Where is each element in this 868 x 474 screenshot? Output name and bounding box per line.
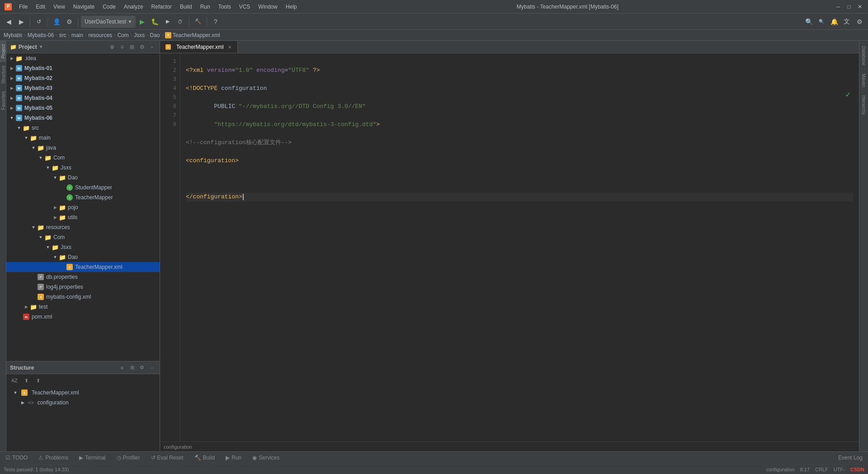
debug-button[interactable]: 🐛 <box>149 16 161 28</box>
code-content[interactable]: <?xml version="1.0" encoding="UTF8" ?> <… <box>180 53 859 441</box>
translate-button[interactable]: 文 <box>841 16 853 28</box>
tree-utils[interactable]: ▶ 📁 utils <box>6 212 160 222</box>
breadcrumb-main[interactable]: main <box>71 32 83 38</box>
bottom-tab-services[interactable]: ◉ Services <box>250 452 281 464</box>
menu-edit[interactable]: Edit <box>32 3 49 11</box>
tab-close-button[interactable]: ✕ <box>226 44 233 50</box>
bottom-tab-terminal[interactable]: ▶ Terminal <box>77 452 107 464</box>
tree-jsxs-java[interactable]: ▼ 📁 Jsxs <box>6 163 160 173</box>
tree-mybatis02[interactable]: ▶ M Mybatis-02 <box>6 73 160 83</box>
breadcrumb-com[interactable]: Com <box>117 32 128 38</box>
collapse-all-button[interactable]: ≡ <box>118 43 126 51</box>
tree-test[interactable]: ▶ 📁 test <box>6 302 160 312</box>
breadcrumb-resources[interactable]: resources <box>88 32 112 38</box>
tree-main[interactable]: ▼ 📁 main <box>6 133 160 143</box>
status-encoding[interactable]: UTF- <box>834 467 845 472</box>
menu-code[interactable]: Code <box>99 3 119 11</box>
tree-mybatis05[interactable]: ▶ M Mybatis-05 <box>6 103 160 113</box>
bottom-tab-run[interactable]: ▶ Run <box>224 452 243 464</box>
breadcrumb-jsxs[interactable]: Jsxs <box>134 32 145 38</box>
tree-src[interactable]: ▼ 📁 src <box>6 123 160 133</box>
build-button[interactable]: 🔨 <box>192 16 204 28</box>
bottom-tab-problems[interactable]: ⚠ Problems <box>37 452 70 464</box>
tree-mybatis06[interactable]: ▼ M Mybatis-06 <box>6 113 160 123</box>
breadcrumb-src[interactable]: src <box>59 32 66 38</box>
menu-help[interactable]: Help <box>282 3 301 11</box>
bottom-tab-profiler[interactable]: ◷ Profiler <box>115 452 142 464</box>
coverage-button[interactable]: ▶ <box>162 16 174 28</box>
menu-vcs[interactable]: VCS <box>236 3 254 11</box>
structure-settings-button[interactable]: ⚙ <box>138 364 146 372</box>
tree-jsxs-res[interactable]: ▼ 📁 Jsxs <box>6 242 160 252</box>
menu-analyze[interactable]: Analyze <box>120 3 147 11</box>
search-everywhere-button[interactable]: 👤 <box>51 16 62 28</box>
breadcrumb-dao[interactable]: Dao <box>150 32 160 38</box>
tree-com-java[interactable]: ▼ 📁 Com <box>6 153 160 163</box>
settings-button[interactable]: ⚙ <box>138 43 146 51</box>
close-panel-button[interactable]: − <box>148 43 156 51</box>
structure-close-button[interactable]: − <box>148 364 156 372</box>
left-tab-project[interactable]: Project <box>0 41 6 62</box>
tree-teacher-mapper-xml[interactable]: X TeacherMapper.xml <box>6 262 160 272</box>
tree-pom-xml[interactable]: m pom.xml <box>6 312 160 322</box>
tree-teacher-mapper-java[interactable]: I TeacherMapper <box>6 192 160 202</box>
left-tab-structure[interactable]: Structure <box>0 62 6 88</box>
tree-db-properties[interactable]: P db.properties <box>6 272 160 282</box>
expand-tree-button[interactable]: ⬆ <box>33 376 42 385</box>
profile-button[interactable]: ⏱ <box>175 16 186 28</box>
editor-tab-teachermapper[interactable]: X TeacherMapper.xml ✕ <box>160 41 238 53</box>
back-button[interactable]: ◀ <box>3 16 14 28</box>
tree-com-res[interactable]: ▼ 📁 Com <box>6 232 160 242</box>
tree-student-mapper[interactable]: I StudentMapper <box>6 183 160 192</box>
search-button[interactable]: 🔍 <box>803 16 815 28</box>
menu-build[interactable]: Build <box>176 3 196 11</box>
sort-button[interactable]: ⬆ <box>22 376 31 385</box>
bottom-tab-event-log[interactable]: Event Log <box>836 452 864 464</box>
right-tab-maven[interactable]: Maven <box>860 70 867 91</box>
bottom-tab-todo[interactable]: ☑ TODO <box>4 452 29 464</box>
tree-dao-java[interactable]: ▼ 📁 Dao <box>6 173 160 183</box>
tree-log4j-properties[interactable]: P log4j.properties <box>6 282 160 292</box>
tests-passed[interactable]: Tests passed: 1 (today 14:33) <box>4 467 69 472</box>
breadcrumb-mybatis[interactable]: Mybatis <box>4 32 22 38</box>
notifications-button[interactable]: 🔔 <box>828 16 840 28</box>
revert-button[interactable]: ↺ <box>33 16 45 28</box>
find-button[interactable]: 🔍 <box>816 16 827 28</box>
forward-button[interactable]: ▶ <box>15 16 27 28</box>
structure-expand-button[interactable]: ⊞ <box>128 364 136 372</box>
tree-mybatis03[interactable]: ▶ M Mybatis-03 <box>6 83 160 93</box>
menu-navigate[interactable]: Navigate <box>70 3 98 11</box>
menu-tools[interactable]: Tools <box>215 3 235 11</box>
tree-dao-res[interactable]: ▼ 📁 Dao <box>6 252 160 262</box>
maximize-button[interactable]: □ <box>845 3 853 10</box>
settings2-button[interactable]: ⚙ <box>854 16 865 28</box>
run-button[interactable]: ▶ <box>137 16 148 28</box>
close-button[interactable]: ✕ <box>856 3 863 10</box>
structure-sort-button[interactable]: ≡ <box>118 364 126 372</box>
tree-java[interactable]: ▼ 📁 java <box>6 143 160 153</box>
expand-all-button[interactable]: ⊞ <box>128 43 136 51</box>
structure-node-item[interactable]: ▶ <> configuration <box>10 398 156 408</box>
structure-file-item[interactable]: ▼ X TeacherMapper.xml <box>10 388 156 398</box>
status-line-col[interactable]: 8:17 <box>800 467 810 472</box>
tree-mybatis04[interactable]: ▶ M Mybatis-04 <box>6 93 160 103</box>
help-button[interactable]: ? <box>210 16 222 28</box>
right-tab-database[interactable]: Database <box>860 42 867 69</box>
breadcrumb-mybatis06[interactable]: Mybatis-06 <box>28 32 54 38</box>
right-tab-hierarchy[interactable]: Hierarchy <box>860 92 867 118</box>
left-tab-favorites[interactable]: Favorites <box>0 88 6 113</box>
locate-file-button[interactable]: ⊕ <box>108 43 116 51</box>
bottom-tab-eval-reset[interactable]: ↺ Eval Reset <box>149 452 185 464</box>
settings-button[interactable]: ⚙ <box>63 16 75 28</box>
tree-mybatis-config[interactable]: X mybatis-config.xml <box>6 292 160 302</box>
menu-run[interactable]: Run <box>197 3 214 11</box>
menu-file[interactable]: File <box>15 3 31 11</box>
menu-window[interactable]: Window <box>255 3 281 11</box>
menu-refactor[interactable]: Refactor <box>148 3 175 11</box>
run-configuration[interactable]: UserDaoTest.test ▼ <box>81 16 136 28</box>
sort-az-button[interactable]: AZ <box>10 376 19 385</box>
minimize-button[interactable]: ─ <box>835 3 842 10</box>
menu-view[interactable]: View <box>50 3 69 11</box>
tree-resources[interactable]: ▼ 📁 resources <box>6 222 160 232</box>
tree-pojo[interactable]: ▶ 📁 pojo <box>6 202 160 212</box>
